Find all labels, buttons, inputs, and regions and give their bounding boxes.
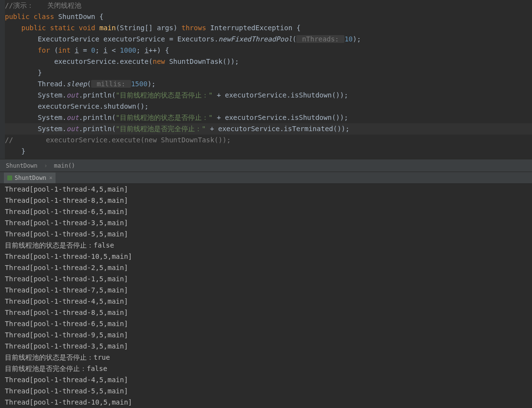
code-line: Thread.sleep( millis: 1500); — [5, 78, 532, 90]
code-line: System.out.println("目前线程池的状态是否停止：" + exe… — [5, 112, 532, 123]
code-line: public static void main(String[] args) t… — [5, 22, 532, 34]
console-tab-bar: ShuntDown ✕ — [0, 172, 532, 184]
editor-gutter — [0, 0, 5, 159]
run-config-icon — [7, 175, 13, 181]
console-line: Thread[pool-1-thread-3,5,main] — [5, 217, 527, 229]
breadcrumb[interactable]: ShuntDown › main() — [0, 159, 532, 172]
code-line-active: System.out.println("目前线程池是否完全停止：" + exec… — [5, 123, 532, 135]
console-line: Thread[pool-1-thread-10,5,main] — [5, 397, 527, 408]
code-line: for (int i = 0; i < 1000; i++) { — [5, 45, 532, 56]
breadcrumb-class[interactable]: ShuntDown — [6, 162, 38, 169]
code-line: } — [5, 67, 532, 78]
console-line: 目前线程池是否完全停止：false — [5, 363, 527, 374]
console-line: Thread[pool-1-thread-4,5,main] — [5, 374, 527, 386]
console-line: Thread[pool-1-thread-5,5,main] — [5, 229, 527, 240]
console-line: Thread[pool-1-thread-8,5,main] — [5, 307, 527, 318]
code-line: executorService.shutdown(); — [5, 101, 532, 112]
code-editor[interactable]: //演示：关闭线程池 public class ShuntDown { publ… — [0, 0, 532, 159]
console-line: Thread[pool-1-thread-8,5,main] — [5, 195, 527, 206]
code-line: //演示：关闭线程池 — [5, 0, 532, 11]
breadcrumb-method[interactable]: main() — [54, 162, 75, 169]
console-line: Thread[pool-1-thread-3,5,main] — [5, 341, 527, 352]
code-area[interactable]: //演示：关闭线程池 public class ShuntDown { publ… — [0, 0, 532, 157]
code-line: executorService.execute(new ShuntDownTas… — [5, 56, 532, 67]
code-line: ExecutorService executorService = Execut… — [5, 34, 532, 45]
console-line: Thread[pool-1-thread-1,5,main] — [5, 273, 527, 285]
code-line: } — [5, 146, 532, 157]
code-line: public class ShuntDown { — [5, 11, 532, 22]
svg-rect-0 — [7, 175, 12, 180]
console-line: Thread[pool-1-thread-4,5,main] — [5, 296, 527, 307]
console-line: Thread[pool-1-thread-10,5,main] — [5, 251, 527, 262]
console-line: Thread[pool-1-thread-6,5,main] — [5, 318, 527, 330]
console-line: 目前线程池的状态是否停止：false — [5, 240, 527, 251]
close-icon[interactable]: ✕ — [49, 172, 53, 184]
code-line: System.out.println("目前线程池的状态是否停止：" + exe… — [5, 90, 532, 101]
console-line: Thread[pool-1-thread-4,5,main] — [5, 184, 527, 195]
console-line: 目前线程池的状态是否停止：true — [5, 352, 527, 363]
console-line: Thread[pool-1-thread-2,5,main] — [5, 262, 527, 273]
run-tab[interactable]: ShuntDown ✕ — [4, 173, 56, 183]
breadcrumb-separator: › — [44, 162, 47, 169]
run-tab-label: ShuntDown — [15, 172, 46, 184]
console-line: Thread[pool-1-thread-9,5,main] — [5, 330, 527, 341]
code-line: // executorService.execute(new ShuntDown… — [5, 135, 532, 146]
console-output[interactable]: Thread[pool-1-thread-4,5,main] Thread[po… — [0, 184, 532, 408]
console-line: Thread[pool-1-thread-5,5,main] — [5, 386, 527, 397]
console-line: Thread[pool-1-thread-6,5,main] — [5, 206, 527, 217]
console-line: Thread[pool-1-thread-7,5,main] — [5, 285, 527, 296]
